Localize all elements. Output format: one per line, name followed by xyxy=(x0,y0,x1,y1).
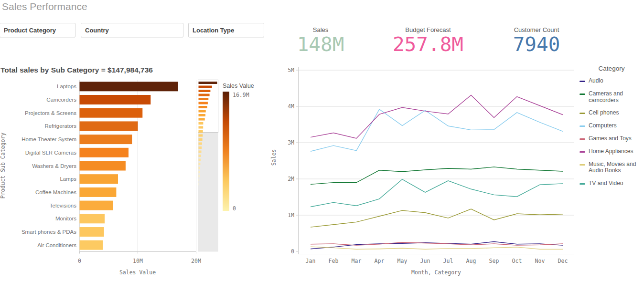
legend-item-music-movies-and-audio-books[interactable]: Music, Movies and Audio Books xyxy=(580,161,644,175)
line-series-computers[interactable] xyxy=(311,109,563,151)
kpi-value: 257.8M xyxy=(383,35,473,54)
line-x-tick-label: Jan xyxy=(306,258,316,264)
kpi-budget-forecast: Budget Forecast 257.8M xyxy=(383,26,473,54)
legend-item-computers[interactable]: Computers xyxy=(580,123,644,129)
filter-label: Country xyxy=(81,23,183,34)
legend-item-cameras-and-camcorders[interactable]: Cameras and camcorders xyxy=(580,91,644,104)
line-x-tick-label: Feb xyxy=(329,258,339,264)
line-series-cameras-and-camcorders[interactable] xyxy=(311,167,563,185)
legend-swatch xyxy=(580,125,585,127)
bar-category-label: Laptops xyxy=(57,83,76,89)
bar-washers-dryers[interactable] xyxy=(80,161,126,171)
bar-category-label: Monitors xyxy=(55,216,76,221)
legend-label: Computers xyxy=(589,123,617,129)
bar-x-tick-label: 10M xyxy=(133,258,143,264)
legend-swatch xyxy=(580,183,585,185)
line-x-tick-label: Nov xyxy=(535,258,545,264)
minimap-bar xyxy=(199,179,200,181)
filter-label: Location Type xyxy=(189,23,264,34)
line-x-tick-label: Jul xyxy=(443,258,453,264)
bar-laptops[interactable] xyxy=(80,82,178,91)
line-x-axis-title: Month, Category xyxy=(411,269,461,276)
legend-swatch xyxy=(580,81,585,82)
minimap-bar xyxy=(199,98,209,100)
legend-item-home-appliances[interactable]: Home Appliances xyxy=(580,148,644,155)
line-series-home-appliances[interactable] xyxy=(311,95,563,138)
bar-refrigerators[interactable] xyxy=(80,121,138,131)
bar-x-tick-label: 0 xyxy=(78,258,81,264)
line-x-tick-label: Jun xyxy=(420,258,430,264)
minimap-bar xyxy=(199,138,203,141)
filter-product-category[interactable]: Product Category xyxy=(0,23,75,37)
minimap-bar xyxy=(199,82,217,84)
minimap-bar xyxy=(199,151,202,153)
bar-category-label: Smart phones & PDAs xyxy=(21,229,76,235)
bar-projectors-screens[interactable] xyxy=(80,108,143,118)
kpi-label: Budget Forecast xyxy=(383,26,473,33)
bar-air-conditioners[interactable] xyxy=(80,240,103,250)
bar-lamps[interactable] xyxy=(80,174,118,184)
legend-swatch xyxy=(580,164,585,166)
bar-category-label: Televisions xyxy=(50,203,76,208)
bar-category-label: Digital SLR Cameras xyxy=(25,150,77,156)
line-series-tv-and-video[interactable] xyxy=(311,179,563,207)
line-x-tick-label: Sep xyxy=(489,258,499,264)
legend-item-audio[interactable]: Audio xyxy=(580,78,644,84)
bar-coffee-machines[interactable] xyxy=(80,187,117,197)
bar-category-label: Washers & Dryers xyxy=(32,163,76,169)
legend-swatch xyxy=(580,138,585,140)
minimap-bar xyxy=(199,126,204,129)
legend-title: Category xyxy=(580,65,644,72)
minimap-bar xyxy=(199,122,204,125)
color-legend-title: Sales Value xyxy=(223,83,254,89)
filter-location-type[interactable]: Location Type xyxy=(188,23,264,37)
line-x-tick-label: Mar xyxy=(352,258,362,264)
minimap-bar xyxy=(199,159,201,161)
line-x-tick-label: Oct xyxy=(512,258,522,264)
line-x-tick-label: Aug xyxy=(466,258,476,264)
page-title: Sales Performance xyxy=(2,1,87,12)
filter-country[interactable]: Country xyxy=(81,23,183,37)
line-y-tick-label: 4M xyxy=(288,103,294,110)
line-series-cell-phones[interactable] xyxy=(311,209,563,227)
line-y-tick-label: 0 xyxy=(291,248,294,255)
bar-monitors[interactable] xyxy=(80,214,105,223)
legend-label: Cell phones xyxy=(589,110,619,116)
bar-category-label: Air Conditioners xyxy=(37,242,76,248)
legend-label: Home Appliances xyxy=(589,148,633,155)
kpi-customer-count: Customer Count 7940 xyxy=(491,26,582,54)
minimap-bar xyxy=(199,135,203,137)
bar-camcorders[interactable] xyxy=(80,95,151,104)
legend-item-cell-phones[interactable]: Cell phones xyxy=(580,110,644,116)
minimap-bar xyxy=(199,86,212,88)
minimap-bar xyxy=(199,94,210,96)
legend-swatch xyxy=(580,151,585,153)
minimap-bar xyxy=(199,155,201,157)
kpi-value: 148M xyxy=(275,35,366,54)
minimap-bar xyxy=(199,163,201,165)
minimap-track[interactable] xyxy=(198,133,218,252)
minimap-bar xyxy=(199,102,208,104)
line-series-music-movies-and-audio-books[interactable] xyxy=(311,247,563,249)
legend-item-games-and-toys[interactable]: Games and Toys xyxy=(580,135,644,142)
minimap-bar xyxy=(199,118,205,121)
bar-home-theater-system[interactable] xyxy=(80,135,132,144)
legend-item-tv-and-video[interactable]: TV and Video xyxy=(580,180,644,187)
kpi-sales: Sales 148M xyxy=(275,26,366,54)
line-y-tick-label: 2M xyxy=(288,176,294,182)
line-chart: 01M2M3M4M5MJanFebMarAprMayJunJulAugSepOc… xyxy=(265,62,580,281)
bar-x-axis-title: Sales Value xyxy=(119,269,156,276)
bar-category-label: Refrigerators xyxy=(45,123,77,129)
kpi-label: Sales xyxy=(275,26,366,33)
line-y-tick-label: 3M xyxy=(288,139,294,146)
bar-digital-slr-cameras[interactable] xyxy=(80,148,129,157)
filter-label: Product Category xyxy=(0,23,75,34)
bar-category-label: Home Theater System xyxy=(21,136,76,142)
minimap-bar xyxy=(199,130,203,133)
minimap-bar xyxy=(199,146,202,149)
bar-y-axis-title: Product Sub Category xyxy=(0,133,6,199)
bar-televisions[interactable] xyxy=(80,201,113,210)
bar-smart-phones-pdas[interactable] xyxy=(80,227,104,237)
minimap-bar xyxy=(199,110,206,113)
kpi-value: 7940 xyxy=(491,35,582,54)
